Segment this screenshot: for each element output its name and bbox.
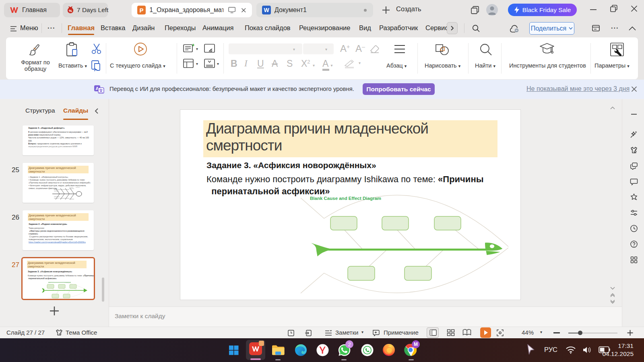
svg-text:%: % (69, 9, 72, 13)
svg-text:Blank Cause and Effect Diagram: Blank Cause and Effect Diagram (310, 196, 381, 201)
svg-text:文: 文 (99, 88, 103, 93)
